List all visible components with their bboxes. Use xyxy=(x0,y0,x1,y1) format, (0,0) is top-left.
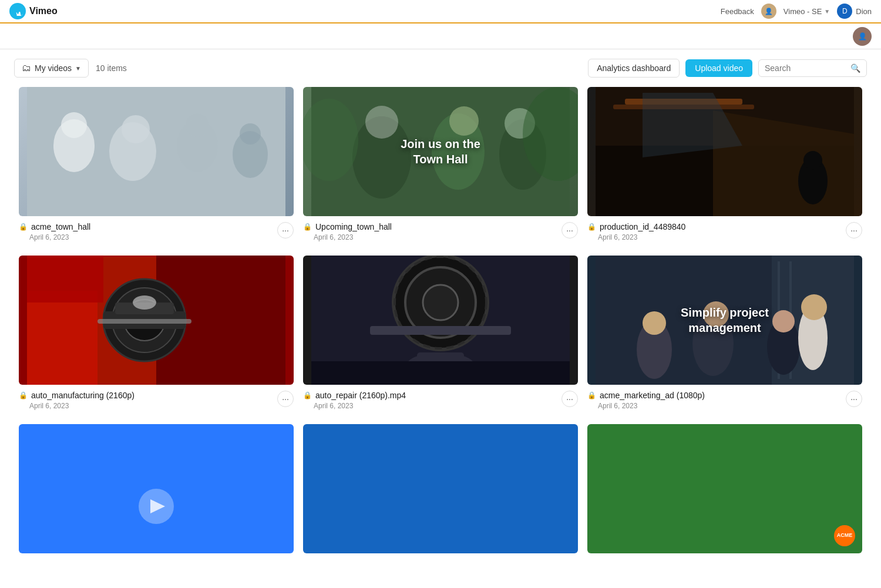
nav-left: Vimeo xyxy=(9,3,58,19)
acme-badge: ACME xyxy=(834,525,855,546)
video-info: 🔒 acme_marketing_ad (1080p) April 6, 202… xyxy=(587,385,862,410)
video-card: 🔒 production_id_4489840 April 6, 2023 ··… xyxy=(583,87,867,256)
svg-point-40 xyxy=(423,285,458,320)
video-meta: 🔒 auto_repair (2160p).mp4 April 6, 2023 xyxy=(303,391,561,410)
svg-point-54 xyxy=(703,301,729,327)
video-thumbnail[interactable] xyxy=(587,87,862,216)
video-date: April 6, 2023 xyxy=(303,233,561,241)
vimeo-logo-text: Vimeo xyxy=(29,6,58,16)
lock-icon: 🔒 xyxy=(303,391,312,399)
video-meta xyxy=(587,559,862,561)
secondary-avatar[interactable]: 👤 xyxy=(853,27,872,46)
video-date: April 6, 2023 xyxy=(587,233,846,241)
upload-video-button[interactable]: Upload video xyxy=(685,59,752,77)
svg-rect-44 xyxy=(311,361,570,385)
svg-rect-63 xyxy=(596,424,854,553)
video-card xyxy=(298,424,583,575)
video-info xyxy=(587,553,862,561)
svg-point-24 xyxy=(803,151,822,170)
vimeo-logo-icon xyxy=(9,3,26,19)
my-videos-button[interactable]: 🗂 My videos ▼ xyxy=(14,59,89,78)
video-title: acme_marketing_ad (1080p) xyxy=(600,391,705,400)
more-options-button[interactable]: ··· xyxy=(561,391,578,407)
video-meta xyxy=(19,559,294,561)
svg-point-11 xyxy=(365,106,398,139)
more-options-button[interactable]: ··· xyxy=(561,222,578,238)
video-meta: 🔒 auto_manufacturing (2160p) April 6, 20… xyxy=(19,391,277,410)
video-info: 🔒 auto_repair (2160p).mp4 April 6, 2023 … xyxy=(303,385,578,410)
video-card: 🔒 auto_repair (2160p).mp4 April 6, 2023 … xyxy=(298,256,583,424)
video-card: 🔒 auto_manufacturing (2160p) April 6, 20… xyxy=(14,256,298,424)
toolbar: 🗂 My videos ▼ 10 items Analytics dashboa… xyxy=(0,49,881,87)
lock-icon: 🔒 xyxy=(587,391,596,399)
lock-icon: 🔒 xyxy=(19,223,28,231)
lock-icon: 🔒 xyxy=(587,223,596,231)
video-meta: 🔒 acme_marketing_ad (1080p) April 6, 202… xyxy=(587,391,846,410)
svg-point-6 xyxy=(186,113,209,137)
video-title-row: 🔒 acme_marketing_ad (1080p) xyxy=(587,391,846,400)
video-info: 🔒 auto_manufacturing (2160p) April 6, 20… xyxy=(19,385,294,410)
video-meta: 🔒 Upcoming_town_hall April 6, 2023 xyxy=(303,222,561,241)
my-videos-label: My videos xyxy=(35,63,72,73)
svg-point-4 xyxy=(122,115,150,143)
more-options-button[interactable]: ··· xyxy=(846,222,862,238)
video-info xyxy=(303,553,578,561)
video-grid: 🔒 acme_town_hall April 6, 2023 ··· xyxy=(0,87,881,575)
video-thumbnail[interactable]: Join us on theTown Hall xyxy=(303,87,578,216)
more-options-button[interactable]: ··· xyxy=(846,391,862,407)
svg-rect-34 xyxy=(97,319,191,324)
svg-rect-62 xyxy=(311,424,570,553)
secondary-avatar-placeholder: 👤 xyxy=(858,32,867,41)
vimeo-logo[interactable]: Vimeo xyxy=(9,3,58,19)
chevron-down-icon: ▼ xyxy=(824,8,830,15)
svg-point-52 xyxy=(643,311,666,335)
user-icon: D xyxy=(837,4,852,19)
video-card xyxy=(14,424,298,575)
video-card: Join us on theTown Hall 🔒 Upcoming_town_… xyxy=(298,87,583,256)
nav-right: Feedback 👤 Vimeo - SE ▼ D Dion xyxy=(721,4,872,19)
nav-avatar-placeholder: 👤 xyxy=(765,8,773,15)
search-input[interactable] xyxy=(765,63,847,73)
video-card: 🔒 acme_town_hall April 6, 2023 ··· xyxy=(14,87,298,256)
video-thumbnail[interactable] xyxy=(19,256,294,385)
video-title-row: 🔒 acme_town_hall xyxy=(19,222,277,231)
video-date: April 6, 2023 xyxy=(303,402,561,410)
chevron-down-icon: ▼ xyxy=(75,65,81,72)
video-title-row: 🔒 auto_manufacturing (2160p) xyxy=(19,391,277,400)
user-menu[interactable]: D Dion xyxy=(837,4,872,19)
video-thumbnail[interactable]: ACME xyxy=(587,424,862,553)
user-name: Dion xyxy=(856,7,872,16)
search-icon[interactable]: 🔍 xyxy=(850,63,860,73)
video-title-row: 🔒 auto_repair (2160p).mp4 xyxy=(303,391,561,400)
analytics-dashboard-button[interactable]: Analytics dashboard xyxy=(588,59,680,78)
more-options-button[interactable]: ··· xyxy=(277,391,294,407)
more-options-button[interactable]: ··· xyxy=(277,222,294,238)
video-title: Upcoming_town_hall xyxy=(315,222,392,231)
toolbar-right: Analytics dashboard Upload video 🔍 xyxy=(588,59,867,78)
svg-rect-45 xyxy=(370,326,511,335)
video-info xyxy=(19,553,294,561)
video-title: production_id_4489840 xyxy=(600,222,685,231)
video-card: ACME xyxy=(583,424,867,575)
svg-point-2 xyxy=(61,112,87,138)
svg-point-13 xyxy=(449,106,479,136)
search-box: 🔍 xyxy=(758,59,867,77)
nav-user-avatar[interactable]: 👤 xyxy=(761,4,776,19)
svg-rect-36 xyxy=(27,256,103,303)
video-thumbnail[interactable]: Simplify projectmanagement xyxy=(587,256,862,385)
video-title: acme_town_hall xyxy=(31,222,90,231)
video-info: 🔒 Upcoming_town_hall April 6, 2023 ··· xyxy=(303,216,578,241)
video-date: April 6, 2023 xyxy=(587,402,846,410)
org-switcher[interactable]: Vimeo - SE ▼ xyxy=(784,7,830,16)
svg-point-8 xyxy=(240,123,261,145)
video-thumbnail[interactable] xyxy=(19,424,294,553)
video-thumbnail[interactable] xyxy=(19,87,294,216)
video-thumbnail[interactable] xyxy=(303,256,578,385)
video-thumbnail[interactable] xyxy=(303,424,578,553)
video-info: 🔒 production_id_4489840 April 6, 2023 ··… xyxy=(587,216,862,241)
feedback-link[interactable]: Feedback xyxy=(721,7,754,16)
svg-point-33 xyxy=(133,295,156,310)
svg-point-58 xyxy=(801,294,827,320)
video-date: April 6, 2023 xyxy=(19,402,277,410)
secondary-navigation: 👤 xyxy=(0,23,881,49)
